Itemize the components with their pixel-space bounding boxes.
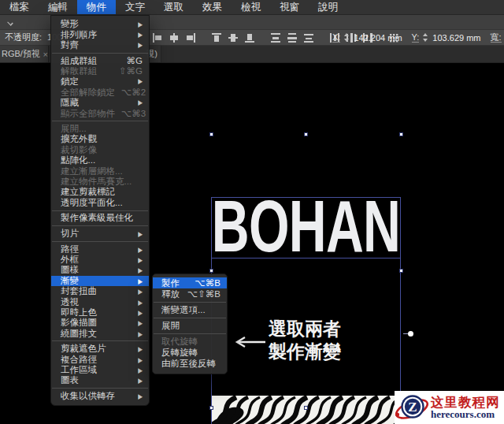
- menubar-item-3[interactable]: 物件: [77, 0, 116, 14]
- object-menu-item-25[interactable]: 路徑▶: [51, 244, 149, 254]
- align-vertical-center-icon[interactable]: [227, 32, 239, 43]
- document-tab-active[interactable]: RGB/預視) ×: [0, 46, 49, 62]
- selection-handle[interactable]: [209, 406, 213, 410]
- selection-handle[interactable]: [209, 269, 213, 273]
- object-menu-item-10: 顯示全部物件⌥⌘3: [51, 108, 149, 118]
- align-vertical-top-icon[interactable]: [210, 32, 222, 43]
- object-menu-item-label: 切片: [61, 228, 132, 240]
- blend-submenu-item-1[interactable]: 製作⌥⌘B: [153, 277, 227, 288]
- width-label[interactable]: 寬:: [491, 32, 502, 43]
- object-menu-item-13[interactable]: 擴充外觀: [51, 134, 149, 144]
- object-menu-item-35[interactable]: 剪裁遮色片▶: [51, 344, 149, 354]
- object-menu-item-19[interactable]: 透明度平面化...: [51, 198, 149, 208]
- watermark-site-url: herecours.com: [431, 409, 500, 420]
- object-menu-item-38[interactable]: 圖表▶: [51, 375, 149, 385]
- selection-bounding-box[interactable]: [211, 197, 401, 424]
- submenu-arrow-icon: ▶: [138, 329, 143, 338]
- submenu-arrow-icon: ▶: [138, 266, 143, 274]
- distribute-vertical-center-icon[interactable]: [286, 32, 298, 43]
- object-menu-item-12: 展開...: [51, 124, 149, 134]
- align-horizontal-left-icon[interactable]: [151, 32, 163, 43]
- blend-submenu-item-2[interactable]: 釋放⌥⇧⌘B: [153, 288, 227, 299]
- object-menu-item-32[interactable]: 影像描圖▶: [51, 318, 149, 328]
- watermark: Z 这里教程网 herecours.com: [395, 391, 504, 424]
- object-menu-item-21[interactable]: 製作像素級最佳化: [51, 213, 149, 223]
- object-menu-item-37[interactable]: 工作區域▶: [51, 365, 149, 375]
- object-menu-divider: [52, 121, 148, 121]
- distribute-vertical-bottom-icon[interactable]: [302, 32, 314, 43]
- selection-handle[interactable]: [399, 132, 403, 136]
- blend-submenu-divider: [154, 318, 226, 318]
- submenu-arrow-icon: ▶: [138, 255, 143, 264]
- menubar-item-4[interactable]: 文字: [116, 0, 154, 14]
- object-menu-item-26[interactable]: 外框▶: [51, 255, 149, 265]
- menubar-item-8[interactable]: 視窗: [270, 0, 309, 14]
- object-menu-item-23[interactable]: 切片▶: [51, 229, 149, 239]
- object-menu-divider: [52, 210, 148, 211]
- blend-submenu-item-9[interactable]: 反轉旋轉: [153, 348, 227, 359]
- selection-handle[interactable]: [304, 406, 308, 410]
- align-horizontal-right-icon[interactable]: [184, 32, 196, 43]
- selection-handle[interactable]: [209, 132, 213, 136]
- object-menu-item-28[interactable]: 漸變▶: [51, 276, 149, 286]
- object-menu-item-33[interactable]: 繞圖排文▶: [51, 328, 149, 338]
- y-value[interactable]: 103.629 mm: [432, 33, 480, 43]
- close-icon[interactable]: ×: [43, 50, 48, 59]
- object-menu-item-15[interactable]: 點陣化...: [51, 155, 149, 166]
- blend-submenu-item-label: 取代旋轉: [161, 336, 220, 348]
- object-menu-item-6: 解散群組⇧⌘G: [51, 66, 149, 76]
- blend-submenu-divider: [154, 333, 226, 334]
- blend-submenu-item-10[interactable]: 由前至後反轉: [153, 359, 227, 370]
- menubar-item-2[interactable]: 編輯: [39, 0, 77, 14]
- selection-handle[interactable]: [399, 269, 403, 273]
- submenu-arrow-icon: ▶: [138, 20, 143, 28]
- blend-submenu-item-8: 取代旋轉: [153, 337, 227, 348]
- object-menu-item-16: 建立漸層網格...: [51, 166, 149, 176]
- menubar-item-6[interactable]: 效果: [193, 0, 232, 14]
- y-label[interactable]: Y:: [412, 32, 420, 43]
- submenu-arrow-icon: ▶: [138, 229, 143, 238]
- object-menu-item-36[interactable]: 複合路徑▶: [51, 354, 149, 364]
- object-menu-item-30[interactable]: 透視▶: [51, 296, 149, 307]
- distribute-vertical-top-icon[interactable]: [269, 32, 281, 43]
- selection-handle[interactable]: [304, 132, 308, 136]
- anchor-point-dot[interactable]: [408, 331, 413, 337]
- object-menu-item-7[interactable]: 鎖定▶: [51, 76, 149, 87]
- shortcut-label: ⌥⌘2: [121, 87, 146, 98]
- object-menu-item-1[interactable]: 變形▶: [51, 19, 149, 29]
- menubar-item-1[interactable]: 檔案: [0, 0, 39, 14]
- object-menu-item-label: 收集以供轉存: [61, 390, 132, 402]
- watermark-site-name: 这里教程网: [431, 396, 500, 409]
- blend-submenu-item-4[interactable]: 漸變選項...: [153, 304, 227, 315]
- object-menu-item-2[interactable]: 排列順序▶: [51, 29, 149, 39]
- object-menu-item-31[interactable]: 即時上色▶: [51, 307, 149, 318]
- menubar-item-5[interactable]: 選取: [154, 0, 193, 14]
- object-menu-item-label: 製作像素級最佳化: [61, 212, 143, 224]
- object-menu-item-40[interactable]: 收集以供轉存▶: [51, 391, 149, 401]
- object-menu-item-3[interactable]: 對齊▶: [51, 40, 149, 50]
- blend-submenu-item-label: 由前至後反轉: [161, 358, 220, 370]
- x-stepper[interactable]: [343, 32, 350, 43]
- submenu-arrow-icon: ▶: [138, 392, 143, 400]
- x-value[interactable]: 142.204 mm: [354, 33, 402, 43]
- align-horizontal-center-icon[interactable]: [168, 32, 180, 43]
- submenu-arrow-icon: ▶: [138, 99, 143, 107]
- menubar-item-7[interactable]: 檢視: [232, 0, 270, 14]
- object-menu-item-18[interactable]: 建立剪裁標記: [51, 187, 149, 197]
- submenu-arrow-icon: ▶: [138, 41, 143, 50]
- object-menu-item-5[interactable]: 組成群組⌘G: [51, 55, 149, 65]
- x-label[interactable]: X:: [332, 32, 340, 43]
- object-menu-item-27[interactable]: 圖樣▶: [51, 265, 149, 275]
- y-stepper[interactable]: [422, 32, 429, 43]
- align-vertical-bottom-icon[interactable]: [243, 32, 255, 43]
- chevron-down-icon[interactable]: [6, 18, 14, 26]
- submenu-arrow-icon: ▶: [138, 277, 143, 285]
- blend-submenu-item-6[interactable]: 展開: [153, 320, 227, 331]
- shortcut-label: ⌥⌘3: [121, 108, 146, 119]
- object-menu-item-9[interactable]: 隱藏▶: [51, 98, 149, 108]
- submenu-arrow-icon: ▶: [138, 344, 143, 353]
- object-menu-item-29[interactable]: 封套扭曲▶: [51, 286, 149, 296]
- menubar-item-9[interactable]: 說明: [309, 0, 347, 14]
- object-menu-item-14: 裁切影像: [51, 145, 149, 155]
- object-menu-divider: [52, 388, 148, 389]
